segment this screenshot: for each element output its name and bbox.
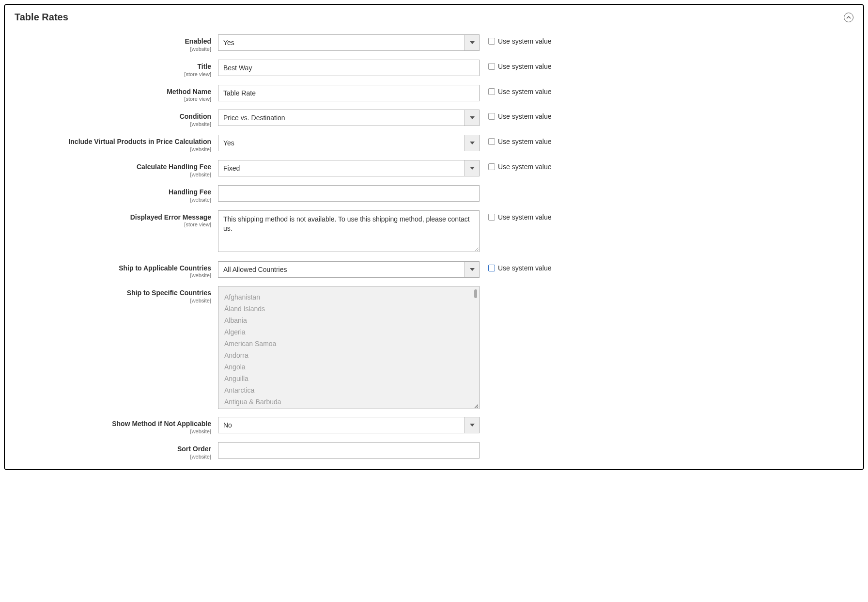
row-ship-specific: Ship to Specific Countries [website] Afg… [15,286,853,409]
field-label: Calculate Handling Fee [15,163,211,171]
aux-col: Use system value [480,210,551,221]
label-col: Show Method if Not Applicable [website] [15,417,218,434]
row-method-name: Method Name [store view] Use system valu… [15,85,853,102]
field-scope: [website] [15,197,211,203]
field-label: Enabled [15,37,211,46]
panel-title: Table Rates [15,12,68,23]
sort-order-input[interactable] [218,442,480,459]
row-ship-applicable: Ship to Applicable Countries [website] A… [15,261,853,279]
label-col: Sort Order [website] [15,442,218,459]
enabled-select[interactable]: Yes [218,34,480,51]
use-system-checkbox[interactable] [488,214,495,221]
field-scope: [website] [15,428,211,434]
use-system-checkbox[interactable] [488,88,495,95]
control-col [218,185,480,202]
field-scope: [website] [15,172,211,177]
country-option[interactable]: Anguilla [224,373,473,384]
field-label: Show Method if Not Applicable [15,420,211,428]
label-col: Enabled [website] [15,34,218,52]
country-option[interactable]: Albania [224,315,473,326]
country-option[interactable]: Andorra [224,349,473,361]
use-system-label: Use system value [498,88,551,95]
method-name-input[interactable] [218,85,480,101]
field-scope: [store view] [15,71,211,77]
use-system-label: Use system value [498,112,551,120]
control-col: Afghanistan Åland Islands Albania Algeri… [218,286,480,409]
aux-col: Use system value [480,85,551,95]
field-scope: [website] [15,454,211,459]
row-sort-order: Sort Order [website] [15,442,853,459]
aux-col: Use system value [480,34,551,45]
control-col [218,210,480,253]
table-rates-panel: Table Rates Enabled [website] Yes Use sy… [4,4,864,470]
row-error-message: Displayed Error Message [store view] Use… [15,210,853,253]
row-handling-fee: Handling Fee [website] [15,185,853,203]
use-system-checkbox[interactable] [488,163,495,170]
label-col: Title [store view] [15,60,218,77]
field-scope: [store view] [15,222,211,227]
field-label: Sort Order [15,445,211,453]
select-value: All Allowed Countries [218,262,465,277]
use-system-checkbox[interactable] [488,138,495,145]
aux-col: Use system value [480,135,551,145]
label-col: Calculate Handling Fee [website] [15,160,218,177]
use-system-checkbox[interactable] [488,38,495,45]
scrollbar-thumb[interactable] [474,289,477,298]
panel-header: Table Rates [15,5,853,34]
use-system-checkbox[interactable] [488,265,495,271]
country-option[interactable]: Algeria [224,326,473,338]
field-label: Include Virtual Products in Price Calcul… [15,138,211,146]
title-input[interactable] [218,60,480,76]
field-label: Ship to Specific Countries [15,289,211,297]
show-method-na-select[interactable]: No [218,417,480,433]
use-system-checkbox[interactable] [488,63,495,70]
control-col [218,442,480,459]
label-col: Handling Fee [website] [15,185,218,203]
field-scope: [website] [15,146,211,152]
control-col: All Allowed Countries [218,261,480,278]
field-scope: [website] [15,298,211,303]
error-message-textarea[interactable] [218,210,480,252]
label-col: Ship to Applicable Countries [website] [15,261,218,279]
ship-specific-multiselect[interactable]: Afghanistan Åland Islands Albania Algeri… [218,286,480,409]
country-option[interactable]: American Samoa [224,338,473,349]
handling-fee-input[interactable] [218,185,480,202]
control-col: No [218,417,480,433]
control-col: Yes [218,34,480,51]
label-col: Ship to Specific Countries [website] [15,286,218,303]
country-option[interactable]: Antarctica [224,384,473,396]
control-col: Yes [218,135,480,151]
country-option[interactable]: Afghanistan [224,291,473,303]
use-system-label: Use system value [498,63,551,70]
field-scope: [website] [15,121,211,127]
chevron-down-icon [465,110,479,126]
calc-handling-fee-select[interactable]: Fixed [218,160,480,176]
resize-handle-icon [473,403,478,408]
label-col: Displayed Error Message [store view] [15,210,218,228]
select-value: Fixed [218,160,465,176]
include-virtual-select[interactable]: Yes [218,135,480,151]
use-system-label: Use system value [498,213,551,221]
country-option[interactable]: Angola [224,361,473,373]
select-value: Price vs. Destination [218,110,465,126]
ship-applicable-select[interactable]: All Allowed Countries [218,261,480,278]
collapse-toggle[interactable] [844,13,853,22]
label-col: Condition [website] [15,110,218,127]
use-system-checkbox[interactable] [488,113,495,120]
condition-select[interactable]: Price vs. Destination [218,110,480,126]
chevron-down-icon [465,262,479,277]
aux-col [480,417,488,420]
country-option[interactable]: Antigua & Barbuda [224,396,473,408]
aux-col: Use system value [480,160,551,171]
select-value: Yes [218,135,465,151]
chevron-down-icon [465,160,479,176]
field-label: Condition [15,112,211,121]
chevron-down-icon [465,135,479,151]
field-scope: [store view] [15,96,211,102]
row-condition: Condition [website] Price vs. Destinatio… [15,110,853,127]
label-col: Method Name [store view] [15,85,218,102]
use-system-label: Use system value [498,37,551,45]
country-option[interactable]: Åland Islands [224,303,473,315]
aux-col: Use system value [480,110,551,120]
aux-col [480,185,488,188]
